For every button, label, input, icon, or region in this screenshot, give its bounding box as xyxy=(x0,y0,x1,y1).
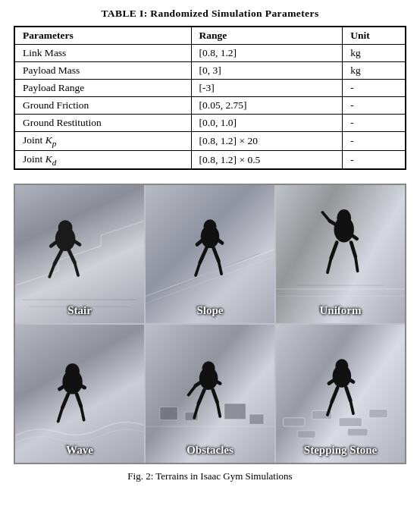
svg-line-68 xyxy=(329,375,342,383)
page-container: TABLE I: Randomized Simulation Parameter… xyxy=(0,0,420,490)
uniform-label: Uniform xyxy=(320,304,362,317)
terrain-cell-wave: Wave xyxy=(15,325,144,463)
terrain-cell-obstacles: Obstacles xyxy=(146,325,274,463)
svg-line-40 xyxy=(60,381,73,389)
svg-line-9 xyxy=(51,235,65,246)
terrain-cell-uniform: Uniform xyxy=(276,185,405,323)
svg-line-23 xyxy=(196,262,200,275)
svg-line-42 xyxy=(62,394,68,408)
svg-point-18 xyxy=(201,225,220,248)
table-row: Payload Range [-3] - xyxy=(14,80,406,97)
svg-line-11 xyxy=(55,250,61,264)
svg-point-66 xyxy=(333,365,352,388)
table-title: TABLE I: Randomized Simulation Parameter… xyxy=(14,8,406,20)
terrain-cell-slope: Slope xyxy=(146,185,274,323)
svg-line-59 xyxy=(217,402,220,416)
svg-line-55 xyxy=(208,377,220,383)
svg-line-15 xyxy=(146,250,274,296)
svg-point-39 xyxy=(65,363,80,379)
table-row: Payload Mass [0, 3] kg xyxy=(14,62,406,80)
table-row: Ground Friction [0.05, 2.75] - xyxy=(14,97,406,115)
svg-line-17 xyxy=(160,253,260,293)
kd-italic: Kd xyxy=(45,153,57,165)
svg-rect-65 xyxy=(347,429,367,435)
unit-ground-restitution: - xyxy=(343,115,406,132)
svg-line-43 xyxy=(58,408,63,422)
unit-link-mass: kg xyxy=(343,45,406,62)
table-row: Joint Kp [0.8, 1.2] × 20 - xyxy=(14,132,406,151)
svg-line-73 xyxy=(350,401,353,413)
svg-rect-62 xyxy=(339,418,362,426)
params-table: Parameters Range Unit Link Mass [0.8, 1.… xyxy=(14,26,406,170)
svg-rect-48 xyxy=(224,404,246,419)
svg-line-34 xyxy=(331,243,337,259)
table-header-row: Parameters Range Unit xyxy=(14,27,406,45)
param-link-mass: Link Mass xyxy=(14,45,191,62)
svg-line-4 xyxy=(101,222,144,236)
svg-rect-49 xyxy=(249,414,264,424)
svg-point-19 xyxy=(204,220,217,234)
param-ground-restitution: Ground Restitution xyxy=(14,115,191,132)
col-header-unit: Unit xyxy=(343,27,406,45)
svg-point-30 xyxy=(337,209,351,227)
svg-line-71 xyxy=(328,402,332,415)
svg-line-10 xyxy=(65,235,80,244)
terrain-image-grid: Stair Slope xyxy=(14,184,406,464)
stepping-stone-label: Stepping Stone xyxy=(304,444,377,457)
svg-line-69 xyxy=(342,375,353,382)
svg-line-16 xyxy=(146,257,274,303)
svg-line-41 xyxy=(73,381,85,388)
svg-line-0 xyxy=(15,272,58,286)
svg-line-35 xyxy=(328,259,331,273)
svg-point-8 xyxy=(58,221,73,237)
param-joint-kd: Joint Kd xyxy=(14,150,191,169)
svg-rect-63 xyxy=(369,410,388,418)
range-link-mass: [0.8, 1.2] xyxy=(191,45,343,62)
param-joint-kp: Joint Kp xyxy=(14,132,191,151)
col-header-range: Range xyxy=(191,27,343,45)
svg-point-38 xyxy=(62,370,82,394)
kp-italic: Kp xyxy=(45,134,57,146)
terrain-cell-stepping: Stepping Stone xyxy=(276,325,405,463)
unit-joint-kd: - xyxy=(343,150,406,169)
wave-label: Wave xyxy=(66,444,93,457)
svg-line-14 xyxy=(74,262,78,275)
svg-point-29 xyxy=(334,217,354,243)
svg-line-32 xyxy=(322,212,329,221)
svg-line-44 xyxy=(77,394,81,407)
svg-point-51 xyxy=(199,367,218,390)
svg-line-36 xyxy=(351,243,356,257)
svg-line-56 xyxy=(199,390,205,404)
svg-line-58 xyxy=(213,390,218,402)
svg-line-25 xyxy=(218,261,221,274)
obstacles-label: Obstacles xyxy=(186,444,234,457)
unit-payload-range: - xyxy=(343,80,406,97)
svg-rect-60 xyxy=(283,418,304,426)
svg-point-67 xyxy=(335,360,348,374)
svg-rect-64 xyxy=(297,431,315,438)
svg-line-24 xyxy=(214,248,219,261)
range-payload-mass: [0, 3] xyxy=(191,62,343,80)
range-joint-kp: [0.8, 1.2] × 20 xyxy=(191,132,343,151)
figure-caption: Fig. 2: Terrains in Isaac Gym Simulation… xyxy=(14,470,406,482)
range-ground-friction: [0.05, 2.75] xyxy=(191,97,343,115)
unit-ground-friction: - xyxy=(343,97,406,115)
svg-line-54 xyxy=(189,386,196,395)
svg-line-72 xyxy=(346,388,351,401)
col-header-parameters: Parameters xyxy=(14,27,191,45)
svg-line-20 xyxy=(197,234,210,245)
svg-line-2 xyxy=(58,247,102,261)
svg-line-53 xyxy=(196,377,208,385)
param-payload-range: Payload Range xyxy=(14,80,191,97)
range-payload-range: [-3] xyxy=(191,80,343,97)
table-row: Ground Restitution [0.0, 1.0] - xyxy=(14,115,406,132)
terrain-cell-stair: Stair xyxy=(15,185,144,323)
range-joint-kd: [0.8, 1.2] × 0.5 xyxy=(191,150,343,169)
svg-line-21 xyxy=(210,234,222,244)
svg-line-13 xyxy=(69,250,75,262)
table-row: Link Mass [0.8, 1.2] kg xyxy=(14,45,406,62)
unit-joint-kp: - xyxy=(343,132,406,151)
svg-rect-47 xyxy=(185,413,198,421)
svg-line-70 xyxy=(332,388,338,402)
svg-rect-46 xyxy=(160,407,178,420)
